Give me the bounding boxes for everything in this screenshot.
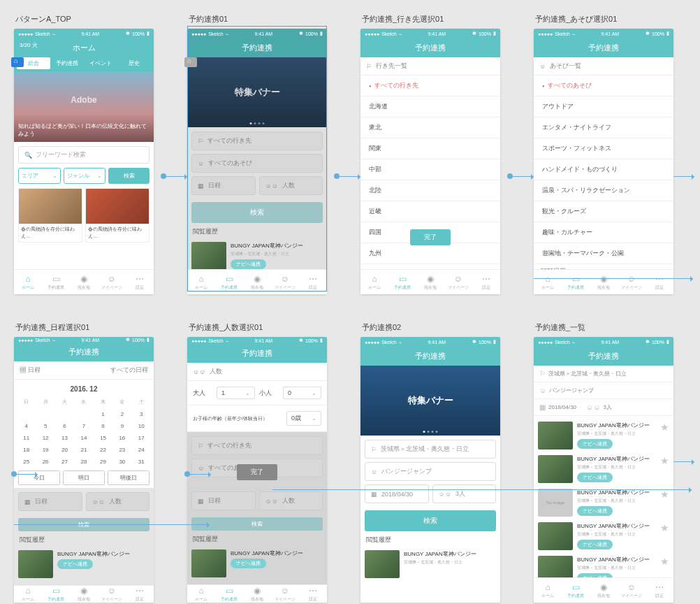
cal-day[interactable]: 10	[132, 420, 151, 432]
cal-day[interactable]: 13	[55, 432, 74, 444]
feature-banner[interactable]: 特集バナー	[360, 366, 500, 436]
cal-day[interactable]: 12	[36, 432, 54, 444]
play-item[interactable]: エンタメ・ナイトライフ	[534, 117, 673, 138]
cal-day[interactable]: 21	[74, 444, 93, 456]
dest-field[interactable]: ⚐すべての行き先	[191, 131, 323, 150]
play-item[interactable]: ハンドメイド・ものづくり	[534, 159, 673, 180]
result-item[interactable]: BUNGY JAPAN竜神バンジー茨城県＞北茨城・奥久慈・日立ナビへ連携★	[538, 553, 669, 577]
dest-item[interactable]: 近畿	[360, 201, 500, 222]
tab-yoyaku[interactable]: ▭予約連携	[42, 270, 70, 294]
tab-mypage[interactable]: ☺マイページ	[444, 270, 472, 294]
cal-day[interactable]	[55, 408, 74, 420]
tab-location[interactable]: ◉現在地	[590, 270, 618, 294]
tab-settings[interactable]: ⋯設定	[126, 270, 154, 294]
today-button[interactable]: 今日	[18, 470, 60, 485]
tab-settings[interactable]: ⋯設定	[646, 270, 673, 294]
cal-day[interactable]: 30	[112, 456, 131, 468]
cal-day[interactable]: 3	[132, 408, 151, 420]
tab-settings[interactable]: ⋯設定	[646, 578, 673, 603]
hero-image[interactable]: Adobe 知れば知るほど奥が深い！日本の伝統文化に触れてみよう	[14, 72, 154, 142]
cal-day[interactable]: 16	[112, 432, 131, 444]
tab-home[interactable]: ⌂ホーム	[534, 578, 562, 603]
adult-stepper[interactable]: 1⌄	[217, 387, 255, 399]
dest-item[interactable]: 沖縄	[360, 264, 500, 269]
star-icon[interactable]: ★	[660, 556, 669, 567]
tab-mypage[interactable]: ☺マイページ	[618, 270, 646, 294]
play-field[interactable]: ☺すべてのあそび	[191, 154, 323, 173]
cal-day[interactable]: 4	[17, 420, 36, 432]
cal-day[interactable]: 25	[17, 456, 36, 468]
genre-select[interactable]: ジャンル⌄	[64, 168, 106, 184]
tab-location[interactable]: ◉現在地	[243, 270, 271, 294]
tab-location[interactable]: ◉現在地	[416, 270, 444, 294]
tab-yoyaku[interactable]: 予約連携	[50, 57, 84, 69]
tab-location[interactable]: ◉現在地	[70, 270, 98, 294]
search-button[interactable]: 検索	[365, 510, 496, 531]
tab-location[interactable]: ◉現在地	[70, 586, 98, 603]
cal-day[interactable]: 23	[112, 444, 131, 456]
feature-card-2[interactable]: 春の風物詩を存分に味わえ…	[85, 188, 150, 243]
feature-card-1[interactable]: 春の風物詩を存分に味わえ…	[18, 188, 82, 243]
dest-field[interactable]: ⚐茨城県＞北茨城・奥久慈・日立	[365, 440, 496, 459]
tab-mypage[interactable]: ☺マイページ	[98, 586, 126, 603]
play-item[interactable]: 観光・クルーズ	[534, 201, 673, 222]
cal-day[interactable]: 26	[36, 456, 54, 468]
tab-yoyaku[interactable]: ▭予約連携	[388, 270, 416, 294]
tab-home[interactable]: ⌂ホーム	[534, 270, 562, 294]
cal-day[interactable]	[36, 408, 54, 420]
play-all[interactable]: すべてのあそび	[534, 76, 673, 96]
play-field[interactable]: ☺バンジージャンプ	[365, 462, 496, 481]
star-icon[interactable]: ★	[660, 522, 669, 533]
result-item[interactable]: BUNGY JAPAN竜神バンジー茨城県＞北茨城・奥久慈・日立ナビへ連携★	[538, 419, 669, 452]
calendar-grid[interactable]: 日月火水木金土123456789101112131415161718192021…	[17, 396, 151, 468]
tomorrow-button[interactable]: 明日	[63, 470, 105, 485]
star-icon[interactable]: ★	[660, 455, 669, 466]
crumb-date-ppl[interactable]: ▦2018/04/30☺☺3人	[534, 399, 673, 416]
star-icon[interactable]: ★	[660, 422, 669, 433]
cal-day[interactable]: 29	[94, 456, 112, 468]
tab-location[interactable]: ◉現在地	[590, 578, 618, 603]
nav-link-button[interactable]: ナビへ連携	[231, 259, 266, 269]
done-button[interactable]: 完了	[410, 229, 451, 245]
tab-yoyaku[interactable]: ▭予約連携	[42, 586, 70, 603]
crumb-play[interactable]: ☺バンジージャンプ	[534, 382, 673, 399]
nav-link-button[interactable]: ナビへ連携	[577, 439, 613, 449]
nav-link-button[interactable]: ナビへ連携	[577, 540, 613, 549]
tab-settings[interactable]: ⋯設定	[299, 270, 327, 294]
tab-home[interactable]: ⌂ホーム	[187, 270, 215, 294]
people-field[interactable]: ☺☺人数	[259, 176, 323, 195]
star-icon[interactable]: ★	[660, 489, 669, 500]
cal-day[interactable]: 28	[74, 456, 93, 468]
cal-day[interactable]: 6	[55, 420, 74, 432]
tab-history[interactable]: 歴史	[117, 57, 151, 69]
feature-banner[interactable]: 特集バナー	[187, 57, 327, 127]
search-button[interactable]: 検索	[18, 518, 150, 531]
tab-location[interactable]: ◉現在地	[243, 585, 271, 603]
cal-day[interactable]: 18	[17, 444, 36, 456]
cal-day[interactable]: 1	[94, 408, 112, 420]
child-stepper[interactable]: 0⌄	[283, 387, 321, 399]
tab-mypage[interactable]: ☺マイページ	[271, 585, 299, 603]
dest-item[interactable]: 北陸	[360, 180, 500, 201]
dest-item[interactable]: 東北	[360, 117, 500, 138]
people-field[interactable]: ☺☺3人	[432, 484, 497, 503]
tab-home[interactable]: ⌂ホーム	[14, 270, 42, 294]
play-item[interactable]: 趣味・カルチャー	[534, 222, 673, 243]
tab-event[interactable]: イベント	[84, 57, 117, 69]
cal-day[interactable]: 7	[74, 420, 93, 432]
tab-home[interactable]: ⌂ホーム	[360, 270, 388, 294]
date-field[interactable]: ▦日程	[191, 176, 256, 195]
dest-item[interactable]: 関東	[360, 138, 500, 159]
tab-mypage[interactable]: ☺マイページ	[271, 270, 299, 294]
nav-link-button[interactable]: ナビへ連携	[577, 506, 613, 516]
cal-day[interactable]: 31	[132, 456, 151, 468]
cal-day[interactable]	[74, 408, 93, 420]
tab-mypage[interactable]: ☺マイページ	[98, 270, 126, 294]
result-item[interactable]: BUNGY JAPAN竜神バンジー茨城県＞北茨城・奥久慈・日立ナビへ連携★	[538, 452, 669, 486]
dest-item[interactable]: 九州	[360, 243, 500, 264]
cal-day[interactable]: 17	[132, 432, 151, 444]
cal-day[interactable]: 5	[36, 420, 54, 432]
play-item[interactable]: スポーツ・フィットネス	[534, 138, 673, 159]
tab-settings[interactable]: ⋯設定	[472, 270, 500, 294]
area-select[interactable]: エリア⌄	[18, 168, 61, 184]
